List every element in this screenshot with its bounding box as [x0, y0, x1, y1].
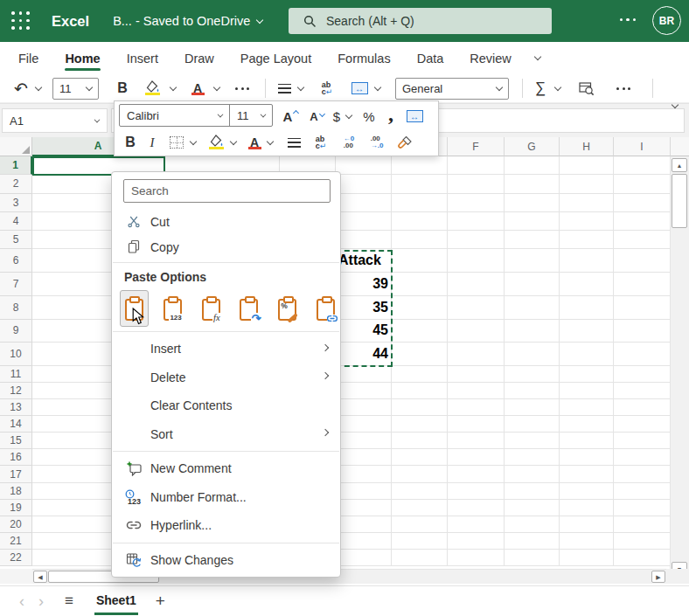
cell-G8[interactable] — [505, 296, 560, 320]
more-tabs-button[interactable] — [535, 42, 540, 74]
wrap-text-button-mini[interactable]: abc↵ — [309, 129, 333, 156]
cell-F14[interactable] — [448, 416, 505, 433]
cell-D1[interactable] — [336, 156, 392, 175]
row-header-12[interactable]: 12 — [0, 383, 32, 399]
cell-F10[interactable] — [448, 343, 505, 366]
cell-H16[interactable] — [560, 449, 614, 466]
cell-D5[interactable] — [336, 231, 392, 249]
accounting-format-button[interactable]: $ — [330, 103, 344, 129]
column-header-G[interactable]: G — [505, 137, 560, 156]
cell-F9[interactable] — [448, 320, 505, 343]
shrink-font-button[interactable]: A — [303, 103, 324, 129]
font-color-chevron-mini[interactable] — [265, 129, 275, 156]
more-toolbar-options-button[interactable] — [612, 74, 635, 102]
tab-home[interactable]: Home — [52, 42, 113, 74]
increase-decimal-button[interactable]: .00→.0 — [365, 129, 389, 156]
format-painter-button[interactable] — [393, 129, 417, 156]
cell-E16[interactable] — [392, 449, 448, 466]
cell-I2[interactable] — [614, 175, 671, 193]
cell-I21[interactable] — [614, 533, 671, 550]
cell-G9[interactable] — [505, 320, 560, 343]
row-header-17[interactable]: 17 — [0, 466, 32, 482]
cell-H8[interactable] — [560, 296, 614, 320]
row-header-19[interactable]: 19 — [0, 500, 32, 516]
cell-I6[interactable] — [614, 249, 671, 273]
tab-formulas[interactable]: Formulas — [324, 42, 403, 74]
cell-D19[interactable] — [336, 500, 392, 516]
row-header-16[interactable]: 16 — [0, 449, 32, 466]
font-color-button[interactable]: A — [189, 74, 206, 102]
document-title[interactable]: B... - Saved to OneDrive — [113, 14, 262, 28]
cell-G18[interactable] — [505, 483, 560, 500]
bold-button-mini[interactable]: B — [122, 129, 139, 156]
app-launcher-waffle-icon[interactable] — [11, 11, 31, 31]
row-header-4[interactable]: 4 — [0, 212, 32, 231]
cell-E20[interactable] — [392, 516, 448, 533]
cell-E9[interactable] — [392, 320, 448, 343]
row-header-21[interactable]: 21 — [0, 533, 32, 550]
cell-G4[interactable] — [505, 212, 560, 231]
undo-button[interactable]: ↶ — [10, 74, 31, 102]
cell-I11[interactable] — [614, 366, 671, 383]
cell-H2[interactable] — [560, 175, 614, 193]
cell-I14[interactable] — [614, 416, 671, 433]
cell-F18[interactable] — [448, 483, 505, 500]
cell-G16[interactable] — [505, 449, 560, 466]
row-header-5[interactable]: 5 — [0, 231, 32, 249]
cell-F13[interactable] — [448, 399, 505, 416]
cell-E22[interactable] — [392, 550, 448, 566]
add-sheet-button[interactable]: + — [156, 592, 165, 611]
cell-G1[interactable] — [505, 156, 560, 175]
cell-G14[interactable] — [505, 416, 560, 433]
fill-color-chevron[interactable] — [168, 74, 178, 102]
cell-D15[interactable] — [336, 433, 392, 449]
cell-I18[interactable] — [614, 483, 671, 500]
cell-D20[interactable] — [336, 516, 392, 533]
cell-F6[interactable] — [448, 249, 505, 273]
cell-F2[interactable] — [448, 175, 505, 193]
cell-G11[interactable] — [505, 366, 560, 383]
tab-draw[interactable]: Draw — [171, 42, 227, 74]
scroll-right-button[interactable]: ▶ — [651, 571, 665, 583]
menu-item-copy[interactable]: Copy — [112, 234, 340, 260]
vertical-scroll-thumb[interactable] — [672, 174, 687, 228]
cell-E17[interactable] — [392, 466, 448, 482]
cell-E19[interactable] — [392, 500, 448, 516]
scroll-left-button[interactable]: ◀ — [33, 571, 47, 583]
fill-color-button-mini[interactable] — [205, 129, 226, 156]
cell-H12[interactable] — [560, 383, 614, 399]
cell-I7[interactable] — [614, 273, 671, 296]
cell-H18[interactable] — [560, 483, 614, 500]
cell-F21[interactable] — [448, 533, 505, 550]
merge-cells-button[interactable]: ↔ — [348, 74, 371, 102]
row-header-20[interactable]: 20 — [0, 516, 32, 533]
tab-review[interactable]: Review — [456, 42, 525, 74]
cell-F5[interactable] — [448, 231, 505, 249]
wrap-text-button[interactable]: abc↵ — [315, 74, 339, 102]
cell-H15[interactable] — [560, 433, 614, 449]
menu-item-delete[interactable]: Delete — [112, 363, 340, 392]
cell-H17[interactable] — [560, 466, 614, 482]
autosum-button[interactable]: ∑ — [530, 74, 551, 102]
row-header-13[interactable]: 13 — [0, 399, 32, 416]
cell-H13[interactable] — [560, 399, 614, 416]
cell-F19[interactable] — [448, 500, 505, 516]
borders-chevron[interactable] — [188, 129, 198, 156]
cell-E21[interactable] — [392, 533, 448, 550]
cell-E5[interactable] — [392, 231, 448, 249]
cell-D22[interactable] — [336, 550, 392, 566]
cell-D13[interactable] — [336, 399, 392, 416]
cell-E11[interactable] — [392, 366, 448, 383]
row-header-9[interactable]: 9 — [0, 320, 32, 343]
cell-G21[interactable] — [505, 533, 560, 550]
cell-H22[interactable] — [560, 550, 614, 566]
cell-E7[interactable] — [392, 273, 448, 296]
grow-font-button[interactable]: A — [277, 103, 298, 129]
menu-item-new-comment[interactable]: New Comment — [112, 454, 340, 483]
align-chevron[interactable] — [296, 74, 306, 102]
cell-H10[interactable] — [560, 343, 614, 366]
cell-H3[interactable] — [560, 194, 614, 212]
row-header-2[interactable]: 2 — [0, 175, 32, 193]
cell-E14[interactable] — [392, 416, 448, 433]
font-size-select[interactable]: 11 — [52, 78, 99, 100]
